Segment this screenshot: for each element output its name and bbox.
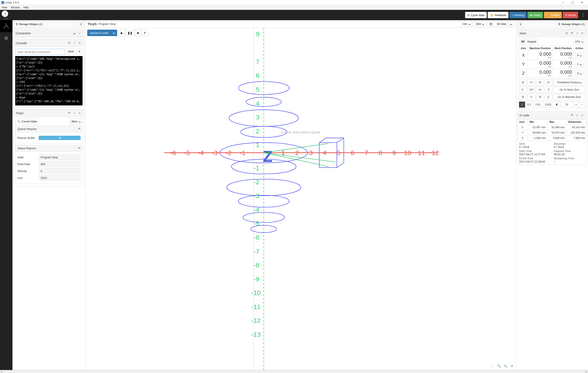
zoom-in-button[interactable]: 🔍 xyxy=(497,363,501,368)
keypad-button[interactable]: ⌨ Keypad xyxy=(519,39,538,44)
jog-x-plus-button[interactable]: X+ xyxy=(536,87,544,93)
jog-z-minus-button[interactable]: Z- xyxy=(545,94,553,100)
jog-home-tl-button[interactable]: ⦿ xyxy=(519,79,527,86)
manage-widgets-left-button[interactable]: ☰Manage Widgets (2) xyxy=(14,21,44,27)
xyz-select[interactable]: XYZ xyxy=(573,39,585,44)
tinyg-close-button[interactable]: ✕ xyxy=(77,111,82,116)
predefined-position-button[interactable]: Predefined Position xyxy=(553,79,585,86)
jog-home-br-button[interactable]: ⦿ xyxy=(536,94,544,100)
collapse-right-button[interactable] xyxy=(517,22,523,27)
step-button[interactable]: 1 xyxy=(519,101,525,108)
connection-toggle-button[interactable] xyxy=(72,31,77,36)
close-button[interactable]: ✕ xyxy=(577,0,587,5)
pan-button[interactable]: ✥ xyxy=(510,363,514,368)
feedhold-button[interactable]: ✋Feedhold xyxy=(488,12,508,18)
workspace-tab[interactable]: YXZ xyxy=(0,20,12,32)
step-button[interactable]: 0.01 xyxy=(533,101,543,108)
feed-rate-label: Feed Rate xyxy=(17,162,39,166)
svg-text:-2: -2 xyxy=(226,149,232,156)
center-column: TinyG Program Stop mm G54 3D View Upload… xyxy=(85,20,516,370)
scroll-right-button[interactable]: ► xyxy=(585,370,588,373)
step-minus-button[interactable]: − xyxy=(579,101,585,108)
tinyg-more-button[interactable]: More xyxy=(70,119,83,124)
manage-widgets-right-button[interactable]: ☰Manage Widgets (2) xyxy=(556,21,587,27)
step-button[interactable]: 0.1 xyxy=(525,101,533,108)
jog-z-button[interactable]: Z xyxy=(545,87,553,93)
zoom-in-icon: 🔍 xyxy=(497,364,501,368)
console-close-button[interactable]: ✕ xyxy=(77,40,82,46)
axes-settings-button[interactable]: ⚙ xyxy=(564,31,569,36)
tinyg-fullscreen-button[interactable]: ⤢ xyxy=(72,111,77,116)
unit-select[interactable]: mm xyxy=(461,21,472,27)
connection-title: Connection xyxy=(16,31,72,35)
queue-reports-toggle[interactable] xyxy=(78,128,80,130)
jog-y-plus-button[interactable]: Y+ xyxy=(528,79,535,86)
scroll-left-button[interactable]: ◄ xyxy=(0,370,3,373)
unlock-button[interactable]: 🔓Unlock xyxy=(544,12,562,18)
axes-fullscreen-button[interactable]: ⤢ xyxy=(575,31,580,36)
goto-machine-zero-button[interactable]: Go To Machine Zero xyxy=(553,94,585,100)
connection-fullscreen-button[interactable]: ⤢ xyxy=(77,31,82,36)
svg-rect-60 xyxy=(319,142,337,168)
svg-text:-12: -12 xyxy=(251,317,261,324)
console-input[interactable] xyxy=(15,49,65,55)
app-version: 1.9.3 xyxy=(3,17,8,20)
svg-text:7: 7 xyxy=(365,149,368,156)
tinyg-collapse-button[interactable] xyxy=(67,111,72,116)
console-terminal[interactable]: {"err":{"code":100,"msg":"Unrecognized c… xyxy=(15,56,83,105)
gcode-viewer[interactable]: Upload G-code ▶ ❚❚ ■ ✕ -6-5-4-3-2-112345… xyxy=(85,28,516,370)
jog-xy-button[interactable]: X/Y xyxy=(528,87,535,93)
gcode-close-button[interactable]: ✕ xyxy=(580,113,585,118)
gcode-fullscreen-button[interactable]: ⤢ xyxy=(575,113,580,118)
axis-action-button[interactable]: X xyxy=(575,53,584,58)
menu-view[interactable]: View xyxy=(2,6,7,9)
app-icon xyxy=(1,1,4,4)
axes-collapse-button[interactable] xyxy=(569,31,575,36)
jog-x-minus-button[interactable]: X- xyxy=(519,87,527,93)
horizontal-scrollbar[interactable]: ◄ ► xyxy=(0,370,588,373)
more-menu-button[interactable] xyxy=(580,12,586,18)
gcode-collapse-button[interactable] xyxy=(569,113,575,118)
homing-button[interactable]: ⌂Homing xyxy=(509,12,526,18)
goto-work-zero-button[interactable]: Go To Work Zero xyxy=(553,87,585,93)
zoom-out-button[interactable]: 🔍 xyxy=(503,363,508,368)
view-3d-button[interactable]: 3D View xyxy=(488,21,508,27)
sleep-button[interactable]: 🛏Sleep xyxy=(527,12,543,18)
menu-window[interactable]: Window xyxy=(11,6,20,9)
svg-text:-7: -7 xyxy=(254,248,259,255)
jog-home-bl-button[interactable]: ⦿ xyxy=(519,94,527,100)
step-custom-value[interactable]: 10 xyxy=(560,101,573,108)
step-custom-divider[interactable] xyxy=(554,101,560,108)
axes-close-button[interactable]: ✕ xyxy=(580,31,585,36)
step-plus-button[interactable]: + xyxy=(573,101,579,108)
cycle-start-button[interactable]: ↻Cycle Start xyxy=(465,12,487,18)
svg-text:9: 9 xyxy=(256,30,260,38)
jog-z-plus-button[interactable]: Z+ xyxy=(545,79,553,86)
jog-y-minus-button[interactable]: Y- xyxy=(528,94,535,100)
minimize-button[interactable]: ─ xyxy=(558,0,568,5)
finish-time-label: Finish Time xyxy=(519,157,550,160)
menu-help[interactable]: Help xyxy=(23,6,29,9)
maximize-button[interactable]: ▢ xyxy=(568,0,577,5)
svg-text:Y: Y xyxy=(6,23,7,23)
console-fullscreen-button[interactable]: ⤢ xyxy=(72,40,77,46)
view-dropdown-button[interactable] xyxy=(508,21,514,27)
current-state-button[interactable]: 🔍Current State xyxy=(15,119,39,124)
console-collapse-button[interactable] xyxy=(67,40,72,46)
center-toolbar: TinyG Program Stop mm G54 3D View xyxy=(85,20,516,28)
status-reports-toggle[interactable] xyxy=(78,147,80,150)
remaining-time-label: Remaining Time xyxy=(554,157,585,160)
collapse-left-button[interactable] xyxy=(79,22,84,27)
tinyg-widget: TinyG ⤢ ✕ 🔍Current State More Queue Repo… xyxy=(13,109,84,187)
wcs-select[interactable]: G54 xyxy=(474,21,486,27)
console-send-button[interactable]: Send xyxy=(66,49,76,54)
jog-home-tr-button[interactable]: ⦿ xyxy=(536,79,544,86)
axis-action-button[interactable]: Z xyxy=(575,71,583,76)
reset-button[interactable]: ↺Reset xyxy=(563,12,578,18)
axis-action-button[interactable]: Y xyxy=(575,62,584,67)
fit-screen-button[interactable]: ⛶ xyxy=(490,363,495,368)
console-clear-button[interactable]: ✕ xyxy=(76,49,83,54)
step-button[interactable]: 0.001 xyxy=(543,101,554,108)
settings-tab[interactable]: ⚙ xyxy=(0,32,12,44)
elapsed-time-label: Elapsed Time xyxy=(554,150,585,153)
